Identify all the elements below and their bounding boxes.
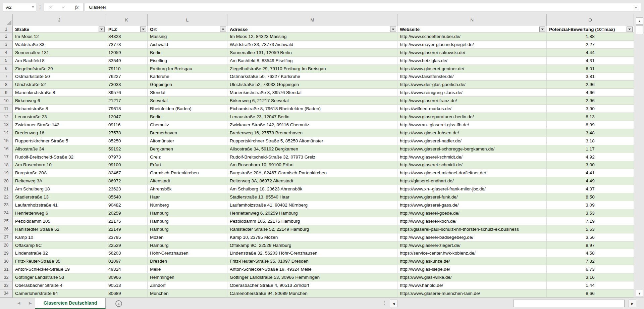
row-number[interactable]: 27 [0,233,13,241]
cell[interactable]: http://www.glaskunze.de/ [397,257,547,265]
cell[interactable]: 23795 [106,233,148,241]
cell[interactable]: Oberasbacher Straße 4 [13,281,106,290]
cell[interactable]: Am Schulberg 18 [13,185,106,193]
cell[interactable]: http://www.mayer-glasundspiegel.de/ [397,41,547,49]
cell[interactable]: 4,49 [547,177,634,185]
cell[interactable]: 90513 [106,281,148,290]
cell[interactable]: 20259 [106,209,148,217]
cell[interactable]: Ruppertskirchner Straße 5 [13,137,106,145]
row-number[interactable]: 8 [0,81,13,89]
cell[interactable]: Altenstadt [148,177,227,185]
cell[interactable]: https://glaserei-paul-schulz-inh-thorste… [397,225,547,233]
scroll-left-icon[interactable]: ◀ [390,300,397,307]
cell[interactable]: Anton-Schlecker-Straße 19, 49324 Melle [227,265,397,273]
row-number[interactable]: 24 [0,209,13,217]
row-number[interactable]: 33 [0,281,13,290]
cell[interactable]: Waldstraße 33 [13,41,106,49]
cell[interactable]: 4,31 [547,57,634,65]
cell[interactable]: 5,53 [547,225,634,233]
cell[interactable]: 3,81 [547,73,634,81]
cell[interactable]: 6,01 [547,65,634,73]
cell[interactable]: 3,18 [547,137,634,145]
cell[interactable]: http://www.glaserei-schmidt.de/ [397,153,547,161]
row-number[interactable]: 31 [0,265,13,273]
cell[interactable]: 3,56 [547,233,634,241]
row-number[interactable]: 32 [0,273,13,281]
cell[interactable]: Kamp 10 [13,233,106,241]
cell[interactable]: Mözen [148,233,227,241]
cell[interactable]: Fritz-Reuter-Straße 35 [13,257,106,265]
cell[interactable]: 2,96 [547,81,634,89]
cell[interactable]: Waldstraße 33, 73773 Aichwald [227,41,397,49]
cell[interactable]: 22175 [106,217,148,225]
cell[interactable]: Berlin [148,113,227,121]
cell[interactable]: 2,27 [547,41,634,49]
row-number[interactable]: 22 [0,193,13,201]
select-all-corner[interactable] [0,14,13,26]
cell[interactable]: https://www.reinigung-claus.de/ [397,89,547,97]
cell[interactable]: Bremerhaven [148,129,227,137]
column-header-k[interactable]: PLZ [106,26,148,33]
cell[interactable]: Im Moos 12, 84323 Massing [227,33,397,41]
cell[interactable]: https://www.glaserei-schoregge-bergkamen… [397,145,547,153]
add-sheet-button[interactable]: + [115,300,122,307]
column-letter-n[interactable]: N [397,14,547,26]
cell[interactable]: 2,96 [547,97,634,105]
cell[interactable]: Hamburg [148,241,227,250]
cell[interactable]: 22529 [106,241,148,250]
cell[interactable]: https://www.glaser-lohsen.de/ [397,129,547,137]
cell[interactable]: Am Schulberg 18, 23623 Ahrensbök [227,185,397,193]
cell[interactable]: Laufamholzstraße 41, 90482 Nürnberg [227,201,397,209]
filter-dropdown-icon[interactable] [140,27,146,32]
cell[interactable]: Freiburg Im Breisgau [148,65,227,73]
cell[interactable]: 3,48 [547,129,634,137]
cell[interactable]: https://www.glaserei-gentner.de/ [397,65,547,73]
cell[interactable]: 1,44 [547,281,634,290]
cell[interactable]: https://www.glaserei-muenchen-laim.de/ [397,290,547,298]
cell[interactable]: Ruppertskirchner Straße 5, 85250 Altomün… [227,137,397,145]
cell[interactable]: 8,97 [547,241,634,250]
cell[interactable]: 85540 [106,193,148,201]
row-number[interactable]: 25 [0,217,13,225]
cell[interactable]: Hamburg [148,217,227,225]
cell[interactable]: https://service-center.hwk-koblenz.de/ [397,249,547,257]
cell[interactable]: Rheinfelden (Baden) [148,105,227,113]
cell[interactable]: Altomünster [148,137,227,145]
row-number[interactable]: 23 [0,201,13,209]
cell[interactable]: Camerloherstraße 94 [13,290,106,298]
vertical-scrollbar-thumb[interactable] [636,25,643,34]
cell[interactable]: Nürnberg [148,201,227,209]
cell[interactable]: Rahlstedter Straße 52, 22149 Hamburg [227,225,397,233]
row-number[interactable]: 9 [0,89,13,97]
cell[interactable]: https://www.glaserei-michael-dorfleitner… [397,169,547,177]
cell[interactable]: 7,19 [547,217,634,225]
formula-bar-expand-icon[interactable]: ⌄ [634,4,638,9]
cell[interactable]: 8,99 [547,121,634,129]
horizontal-scrollbar[interactable] [398,300,629,307]
horizontal-scrollbar-thumb[interactable] [513,300,625,307]
cell[interactable]: Henriettenweg 6 [13,209,106,217]
cell[interactable]: 12059 [106,49,148,57]
cell[interactable]: Rahlstedter Straße 52 [13,225,106,233]
scroll-down-icon[interactable]: ▼ [636,290,643,297]
cell[interactable]: http://www.glasreparaturen-berlin.de/ [397,113,547,121]
cell[interactable]: Zwickauer Straße 142, 09116 Chemnitz [227,121,397,129]
cell[interactable]: Alisostraße 34 [13,145,106,153]
row-number[interactable]: 7 [0,73,13,81]
cell[interactable]: 3,16 [547,273,634,281]
cell[interactable]: 4,92 [547,153,634,161]
column-header-l[interactable]: Ort [148,26,227,33]
cell[interactable]: 83549 [106,57,148,65]
cell[interactable]: 01097 [106,257,148,265]
name-box[interactable]: A2 ▾ [3,3,36,11]
cell[interactable]: Burgstraße 20A [13,169,106,177]
cell[interactable]: 23623 [106,185,148,193]
column-letter-o[interactable]: O [547,14,634,26]
cell[interactable]: Ulrichstraße 52, 73033 Göppingen [227,81,397,89]
cell[interactable]: Erfurt [148,161,227,169]
cell[interactable]: https://www.der-glas-gaerlich.de/ [397,81,547,89]
cell[interactable]: https://www.glas-wilke.de/ [397,273,547,281]
cell[interactable]: Bredenweg 16 [13,129,106,137]
row-number[interactable]: 14 [0,129,13,137]
cell[interactable]: Ziegelhofstraße 29, 79110 Freiburg Im Br… [227,65,397,73]
